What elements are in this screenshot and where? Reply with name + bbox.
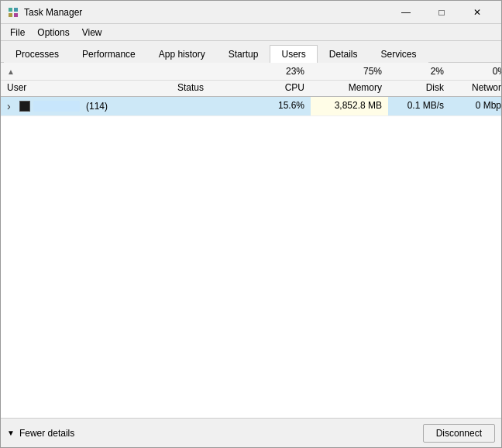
col-status-label[interactable]: Status — [171, 81, 249, 96]
col-user-label[interactable]: User — [1, 81, 171, 96]
disconnect-button[interactable]: Disconnect — [423, 424, 495, 443]
fewer-details-label: Fewer details — [19, 428, 74, 439]
tab-processes[interactable]: Processes — [4, 45, 70, 63]
col-disk-label[interactable]: Disk — [388, 81, 450, 96]
cell-network: 0 Mbps — [450, 97, 501, 115]
app-icon — [7, 6, 19, 19]
expand-arrow-icon[interactable]: › — [7, 100, 15, 112]
fewer-details-arrow-icon: ▼ — [7, 429, 15, 437]
window-controls: — □ ✕ — [388, 1, 495, 24]
maximize-button[interactable]: □ — [424, 1, 459, 24]
tab-app-history[interactable]: App history — [147, 45, 217, 63]
main-content: ▲ 23% 75% 2% 0% User Status CPU Memory D… — [1, 63, 501, 418]
menu-options[interactable]: Options — [31, 26, 75, 40]
cell-memory: 3,852.8 MB — [311, 97, 388, 115]
menu-file[interactable]: File — [4, 26, 31, 40]
col-status-header[interactable] — [171, 63, 249, 80]
user-avatar-icon — [19, 101, 30, 112]
user-name-redacted — [33, 101, 80, 112]
fewer-details-button[interactable]: ▼ Fewer details — [7, 428, 74, 439]
window-title: Task Manager — [24, 7, 388, 18]
tab-details[interactable]: Details — [318, 45, 370, 63]
menu-view[interactable]: View — [76, 26, 108, 40]
tab-bar: Processes Performance App history Startu… — [1, 41, 501, 63]
col-network-label[interactable]: Network — [450, 81, 501, 96]
col-cpu-label[interactable]: CPU — [249, 81, 311, 96]
cell-cpu: 15.6% — [249, 97, 311, 115]
status-bar: ▼ Fewer details Disconnect — [1, 418, 501, 447]
svg-rect-3 — [14, 13, 18, 17]
table-body: › (114) 15.6% 3,852.8 MB 0.1 MB/s 0 Mbps — [1, 97, 501, 418]
close-button[interactable]: ✕ — [459, 1, 495, 24]
col-memory-pct[interactable]: 75% — [311, 63, 388, 80]
tab-startup[interactable]: Startup — [217, 45, 270, 63]
process-count: (114) — [86, 101, 108, 112]
sort-arrow-icon: ▲ — [7, 67, 15, 76]
menu-bar: File Options View — [1, 24, 501, 41]
col-disk-pct[interactable]: 2% — [388, 63, 450, 80]
tab-services[interactable]: Services — [370, 45, 428, 63]
title-bar: Task Manager — □ ✕ — [1, 1, 501, 24]
col-network-pct[interactable]: 0% — [450, 63, 501, 80]
tab-performance[interactable]: Performance — [70, 45, 147, 63]
cell-user: › (114) — [1, 97, 171, 115]
col-user-sort[interactable]: ▲ — [1, 63, 171, 80]
cell-disk: 0.1 MB/s — [388, 97, 450, 115]
table-row[interactable]: › (114) 15.6% 3,852.8 MB 0.1 MB/s 0 Mbps — [1, 97, 501, 116]
svg-rect-0 — [9, 8, 12, 12]
cell-status — [171, 97, 249, 115]
svg-rect-1 — [14, 8, 18, 12]
col-memory-label[interactable]: Memory — [311, 81, 388, 96]
tab-users[interactable]: Users — [270, 45, 317, 63]
svg-rect-2 — [9, 13, 12, 17]
minimize-button[interactable]: — — [388, 1, 424, 24]
col-cpu-pct[interactable]: 23% — [249, 63, 311, 80]
